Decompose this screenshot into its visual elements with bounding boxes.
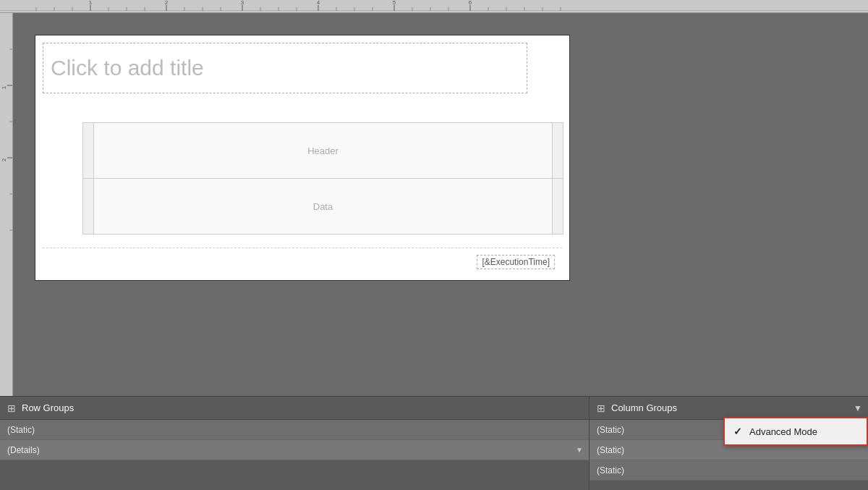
column-group-row-3[interactable]: (Static) — [590, 460, 868, 481]
title-area[interactable]: Click to add title — [43, 43, 527, 93]
ruler-svg: 1 2 3 4 5 6 — [0, 0, 868, 11]
column-groups-dropdown-arrow[interactable]: ▼ — [854, 403, 862, 413]
row-group-static-label: (Static) — [7, 425, 35, 435]
row-groups-header: ⊞ Row Groups — [0, 397, 589, 420]
advanced-mode-label: Advanced Mode — [749, 426, 817, 437]
header-cell-2[interactable]: Header — [93, 123, 553, 179]
canvas-area: Click to add title Header Data [&Executi… — [13, 13, 868, 396]
header-cell-3[interactable] — [553, 123, 563, 179]
footer-area: [&ExecutionTime] — [43, 248, 562, 273]
svg-text:6: 6 — [469, 0, 472, 6]
svg-text:3: 3 — [241, 0, 244, 6]
svg-text:2: 2 — [1, 158, 7, 161]
table-data-row: Data — [83, 179, 563, 235]
advanced-mode-item[interactable]: ✓ Advanced Mode — [725, 418, 867, 444]
column-groups-panel: ⊞ Column Groups ▼ ✓ Advanced Mode (Stati… — [590, 397, 868, 490]
header-cell-1[interactable] — [83, 123, 94, 179]
table-grid: Header Data — [82, 122, 563, 235]
column-group-row-1-label: (Static) — [597, 425, 624, 435]
row-group-details-label: (Details) — [7, 445, 40, 455]
column-groups-header[interactable]: ⊞ Column Groups ▼ ✓ Advanced Mode — [590, 397, 868, 420]
svg-text:1: 1 — [89, 0, 93, 6]
row-group-details[interactable]: (Details) ▼ — [0, 440, 589, 460]
execution-time: [&ExecutionTime] — [477, 255, 555, 269]
row-groups-icon: ⊞ — [7, 402, 16, 414]
ruler-left: 1 2 — [0, 13, 13, 396]
data-cell-1[interactable] — [83, 179, 94, 235]
column-groups-icon: ⊞ — [597, 402, 605, 414]
column-group-row-3-label: (Static) — [597, 465, 624, 476]
ruler-top: 1 2 3 4 5 6 — [0, 0, 868, 13]
dropdown-menu: ✓ Advanced Mode — [723, 417, 868, 446]
checkmark-icon: ✓ — [733, 426, 742, 437]
table-area: Header Data — [82, 122, 563, 235]
svg-text:5: 5 — [393, 0, 396, 6]
report-page[interactable]: Click to add title Header Data [&Executi… — [35, 35, 570, 281]
svg-text:1: 1 — [1, 85, 7, 89]
table-header-row: Header — [83, 123, 563, 179]
title-placeholder[interactable]: Click to add title — [51, 56, 204, 80]
bottom-panels: ⊞ Row Groups (Static) (Details) ▼ ⊞ Colu… — [0, 396, 868, 490]
row-groups-panel: ⊞ Row Groups (Static) (Details) ▼ — [0, 397, 590, 490]
svg-text:2: 2 — [165, 0, 169, 6]
ruler-left-svg: 1 2 — [0, 13, 13, 375]
row-group-static[interactable]: (Static) — [0, 420, 589, 440]
row-groups-label: Row Groups — [22, 402, 74, 413]
column-groups-label: Column Groups — [611, 402, 677, 413]
data-cell-2[interactable]: Data — [93, 179, 553, 235]
column-group-row-2-label: (Static) — [597, 445, 624, 455]
row-groups-rows: (Static) (Details) ▼ — [0, 420, 589, 490]
data-cell-3[interactable] — [553, 179, 563, 235]
row-group-details-arrow: ▼ — [576, 446, 583, 454]
svg-text:4: 4 — [317, 0, 320, 6]
